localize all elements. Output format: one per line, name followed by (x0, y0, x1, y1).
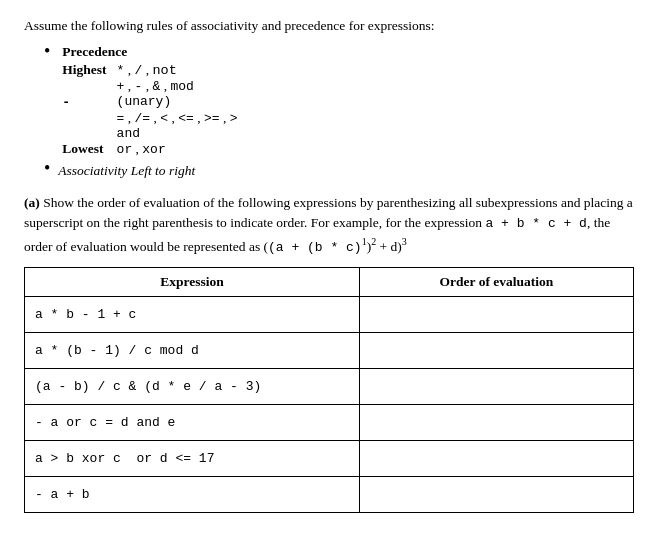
expr-1: a * b - 1 + c (25, 296, 360, 332)
minus-label: - (62, 94, 116, 110)
table-row: a * b - 1 + c (25, 296, 634, 332)
table-row: (a - b) / c & (d * e / a - 3) (25, 368, 634, 404)
row-4-val: = , /= , < , <= , >= , > (117, 110, 238, 126)
highest-label: Highest (62, 62, 116, 78)
table-row: a > b xor c or d <= 17 (25, 440, 634, 476)
table-row: a * (b - 1) / c mod d (25, 332, 634, 368)
expr-2: a * (b - 1) / c mod d (25, 332, 360, 368)
bullet-precedence: • (44, 42, 50, 60)
col-order: Order of evaluation (359, 267, 633, 296)
row-6-val: or , xor (117, 141, 238, 157)
part-a-section: (a) Show the order of evaluation of the … (24, 193, 634, 257)
col-expression: Expression (25, 267, 360, 296)
table-row: - a + b (25, 476, 634, 512)
assoc-text: Associativity Left to right (58, 163, 195, 179)
row-2-val: + , - , & , mod (117, 78, 238, 94)
eq-label (62, 110, 116, 126)
order-5 (359, 440, 633, 476)
row-1-val: * , / , not (117, 62, 238, 78)
expr-3: (a - b) / c & (d * e / a - 3) (25, 368, 360, 404)
order-2 (359, 332, 633, 368)
expressions-table: Expression Order of evaluation a * b - 1… (24, 267, 634, 513)
order-4 (359, 404, 633, 440)
row-3-val: (unary) (117, 94, 238, 110)
order-3 (359, 368, 633, 404)
row-5-val: and (117, 126, 238, 141)
expr-5: a > b xor c or d <= 17 (25, 440, 360, 476)
plus-label (62, 78, 116, 94)
part-a-label: (a) (24, 195, 40, 210)
intro-text: Assume the following rules of associativ… (24, 18, 634, 34)
order-1 (359, 296, 633, 332)
table-row: - a or c = d and e (25, 404, 634, 440)
expr-4: - a or c = d and e (25, 404, 360, 440)
and-label (62, 126, 116, 141)
expr-6: - a + b (25, 476, 360, 512)
bullet-assoc: • (44, 159, 50, 177)
order-6 (359, 476, 633, 512)
precedence-label: Precedence (62, 44, 237, 60)
lowest-label: Lowest (62, 141, 116, 157)
